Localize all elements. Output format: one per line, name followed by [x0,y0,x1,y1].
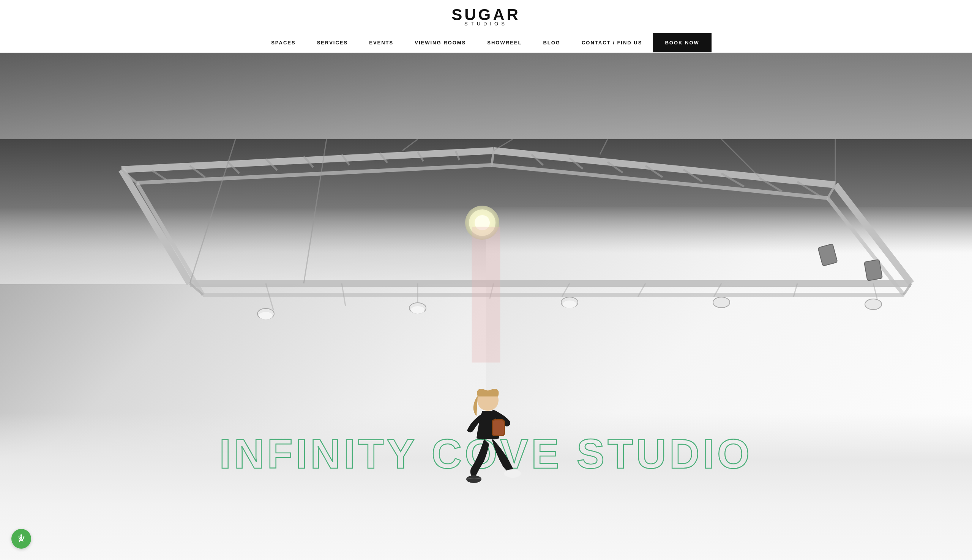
site-header: SUGAR STUDIOS SPACES SERVICES EVENTS VIE… [0,0,972,53]
nav-blog[interactable]: BLOG [532,33,571,52]
hero-person-figure [448,378,524,560]
hero-section: I INFINITY COVE STUDIO [0,53,972,560]
logo-sub-text: STUDIOS [464,21,508,26]
nav-events[interactable]: EVENTS [358,33,404,52]
svg-rect-64 [493,420,504,435]
nav-spaces[interactable]: SPACES [261,33,306,52]
site-logo[interactable]: SUGAR STUDIOS [451,7,521,26]
svg-point-67 [20,534,22,536]
logo-main-text: SUGAR [451,7,521,23]
accessibility-icon [16,533,27,544]
nav-contact[interactable]: CONTACT / FIND US [571,33,653,52]
main-nav: SPACES SERVICES EVENTS VIEWING ROOMS SHO… [245,33,727,52]
accessibility-button[interactable] [12,529,31,548]
svg-point-66 [504,469,521,478]
nav-showreel[interactable]: SHOWREEL [476,33,532,52]
nav-services[interactable]: SERVICES [306,33,359,52]
nav-book-now[interactable]: BOOK NOW [653,33,711,52]
nav-viewing-rooms[interactable]: VIEWING ROOMS [404,33,476,52]
svg-point-65 [466,475,481,483]
